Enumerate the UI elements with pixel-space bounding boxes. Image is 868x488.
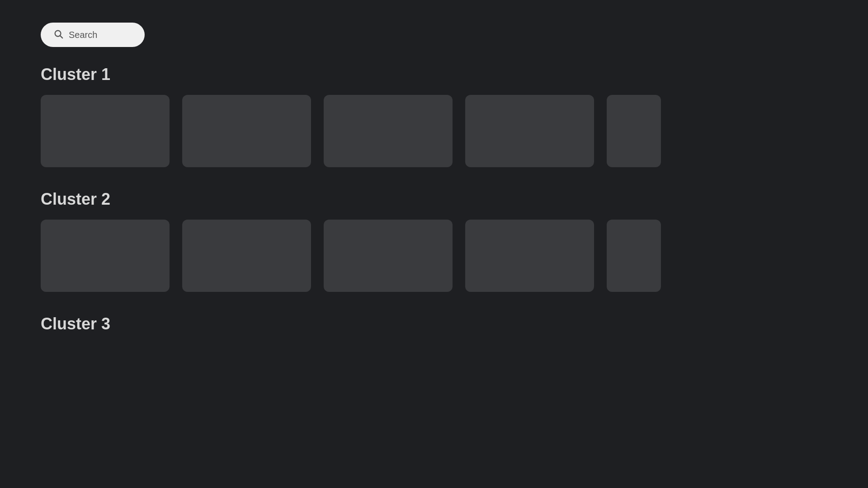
cluster-3-section: Cluster 3 — [41, 314, 827, 333]
cluster-2-title: Cluster 2 — [41, 190, 827, 209]
cluster-2-section: Cluster 2 — [41, 190, 827, 292]
cluster-2-card-3[interactable] — [324, 220, 453, 292]
svg-line-1 — [60, 36, 62, 38]
cluster-1-title: Cluster 1 — [41, 65, 827, 84]
search-bar[interactable]: Search — [41, 23, 145, 47]
cluster-2-grid — [41, 220, 827, 292]
cluster-1-grid — [41, 95, 827, 167]
search-placeholder: Search — [69, 30, 97, 40]
page-container: Search Cluster 1 Cluster 2 Cluster 3 — [0, 0, 868, 379]
cluster-1-card-2[interactable] — [182, 95, 311, 167]
cluster-1-card-4[interactable] — [465, 95, 594, 167]
cluster-2-card-4[interactable] — [465, 220, 594, 292]
cluster-1-section: Cluster 1 — [41, 65, 827, 167]
cluster-2-card-5[interactable] — [607, 220, 661, 292]
cluster-1-card-1[interactable] — [41, 95, 170, 167]
cluster-3-title: Cluster 3 — [41, 314, 827, 333]
search-icon — [53, 29, 63, 41]
cluster-2-card-1[interactable] — [41, 220, 170, 292]
search-bar-wrapper: Search — [41, 23, 827, 47]
cluster-2-card-2[interactable] — [182, 220, 311, 292]
cluster-1-card-3[interactable] — [324, 95, 453, 167]
cluster-1-card-5[interactable] — [607, 95, 661, 167]
